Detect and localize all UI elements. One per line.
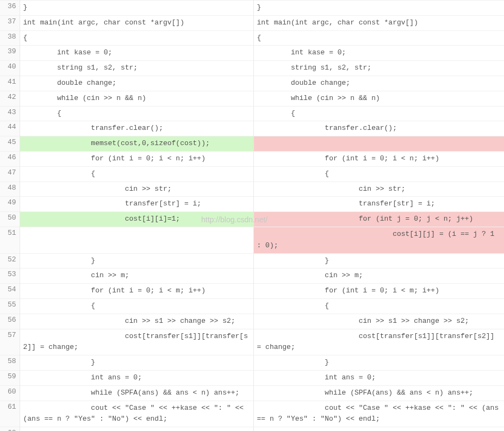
right-code[interactable]: { [253,30,504,46]
diff-row: 41 double change; double change; [0,76,504,91]
line-number: 38 [0,30,20,46]
diff-row: 36}} [0,1,504,16]
left-code[interactable]: { [20,298,253,314]
line-number: 47 [0,166,20,182]
left-code[interactable]: int ans = 0; [20,370,253,385]
left-code[interactable]: cost[transfer[s1]][transfer[s2]] = chang… [20,329,253,355]
diff-row: 57 cost[transfer[s1]][transfer[s2]] = ch… [0,329,504,355]
left-code[interactable]: } [20,253,253,268]
line-number: 54 [0,284,20,299]
left-code[interactable]: } [20,1,253,16]
diff-row: 44 transfer.clear(); transfer.clear(); [0,121,504,136]
line-number: 56 [0,314,20,329]
diff-row: 51 cost[i][j] = (i == j ? 1 : 0); [0,227,504,253]
line-number: 57 [0,329,20,355]
right-code[interactable]: cost[i][j] = (i == j ? 1 : 0); [253,227,504,253]
left-code[interactable]: { [20,166,253,182]
diff-row: 37int main(int argc, char const *argv[])… [0,15,504,30]
line-number: 37 [0,15,20,30]
right-code[interactable]: for (int i = 0; i < n; i++) [253,151,504,166]
left-code[interactable]: int main(int argc, char const *argv[]) [20,15,253,30]
right-code[interactable]: cout << "Case " << ++kase << ": " << (an… [253,401,504,427]
right-code[interactable]: } [253,253,504,268]
right-code[interactable]: for (int j = 0; j < n; j++) [253,212,504,227]
diff-row: 48 cin >> str; cin >> str; [0,182,504,197]
right-code[interactable]: transfer.clear(); [253,121,504,136]
diff-row: 55 { { [0,298,504,314]
right-code[interactable]: string s1, s2, str; [253,61,504,76]
right-code[interactable]: while (SPFA(ans) && ans < n) ans++; [253,385,504,401]
right-code[interactable] [253,136,504,152]
left-code[interactable] [20,227,253,253]
line-number: 39 [0,46,20,61]
left-code[interactable]: string s1, s2, str; [20,61,253,76]
right-code[interactable]: { [253,106,504,121]
line-number: 51 [0,227,20,253]
diff-row: 40 string s1, s2, str; string s1, s2, st… [0,61,504,76]
left-code[interactable]: cin >> m; [20,268,253,284]
right-code[interactable]: while (cin >> n && n) [253,91,504,106]
left-code[interactable]: for (int i = 0; i < m; i++) [20,284,253,299]
diff-row: 46 for (int i = 0; i < n; i++) for (int … [0,151,504,166]
right-code[interactable]: } [253,355,504,371]
line-number: 55 [0,298,20,314]
right-code[interactable]: double change; [253,76,504,91]
diff-row: 39 int kase = 0; int kase = 0; [0,46,504,61]
right-code[interactable]: for (int i = 0; i < m; i++) [253,284,504,299]
right-code[interactable]: cin >> m; [253,268,504,284]
right-code[interactable]: { [253,166,504,182]
left-code[interactable]: memset(cost,0,sizeof(cost)); [20,136,253,152]
left-code[interactable]: cin >> s1 >> change >> s2; [20,314,253,329]
diff-row: 56 cin >> s1 >> change >> s2; cin >> s1 … [0,314,504,329]
left-code[interactable]: cost[i][i]=1; [20,212,253,227]
diff-row: 43 { { [0,106,504,121]
right-code[interactable]: cin >> str; [253,182,504,197]
left-code[interactable]: while (SPFA(ans) && ans < n) ans++; [20,385,253,401]
right-code[interactable]: cost[transfer[s1]][transfer[s2]] = chang… [253,329,504,355]
left-code[interactable]: double change; [20,76,253,91]
line-number: 46 [0,151,20,166]
left-code[interactable]: cout << "Case " << ++kase << ": " << (an… [20,401,253,427]
left-code[interactable]: { [20,30,253,46]
right-code[interactable]: cin >> s1 >> change >> s2; [253,314,504,329]
line-number: 42 [0,91,20,106]
left-code[interactable]: for (int i = 0; i < n; i++) [20,151,253,166]
right-code[interactable]: } [253,1,504,16]
right-code[interactable]: } [253,427,504,431]
diff-row: 58 } } [0,355,504,371]
right-code[interactable]: int ans = 0; [253,370,504,385]
diff-row: 47 { { [0,166,504,182]
line-number: 43 [0,106,20,121]
line-number: 45 [0,136,20,152]
diff-row: 49 transfer[str] = i; transfer[str] = i; [0,197,504,212]
right-code[interactable]: int main(int argc, char const *argv[]) [253,15,504,30]
right-code[interactable]: { [253,298,504,314]
diff-row: 62 } } [0,427,504,431]
diff-row: 54 for (int i = 0; i < m; i++) for (int … [0,284,504,299]
left-code[interactable]: { [20,106,253,121]
diff-table: 36}}37int main(int argc, char const *arg… [0,0,504,431]
line-number: 36 [0,1,20,16]
line-number: 60 [0,385,20,401]
left-code[interactable]: int kase = 0; [20,46,253,61]
line-number: 62 [0,427,20,431]
line-number: 50 [0,212,20,227]
right-code[interactable]: int kase = 0; [253,46,504,61]
line-number: 59 [0,370,20,385]
diff-row: 53 cin >> m; cin >> m; [0,268,504,284]
left-code[interactable]: transfer.clear(); [20,121,253,136]
right-code[interactable]: transfer[str] = i; [253,197,504,212]
diff-row: 38{{ [0,30,504,46]
diff-row: 59 int ans = 0; int ans = 0; [0,370,504,385]
diff-row: 50 cost[i][i]=1; for (int j = 0; j < n; … [0,212,504,227]
line-number: 49 [0,197,20,212]
diff-row: 42 while (cin >> n && n) while (cin >> n… [0,91,504,106]
left-code[interactable]: while (cin >> n && n) [20,91,253,106]
line-number: 53 [0,268,20,284]
diff-row: 45 memset(cost,0,sizeof(cost)); [0,136,504,152]
left-code[interactable]: cin >> str; [20,182,253,197]
line-number: 40 [0,61,20,76]
left-code[interactable]: transfer[str] = i; [20,197,253,212]
left-code[interactable]: } [20,355,253,371]
left-code[interactable]: } [20,427,253,431]
